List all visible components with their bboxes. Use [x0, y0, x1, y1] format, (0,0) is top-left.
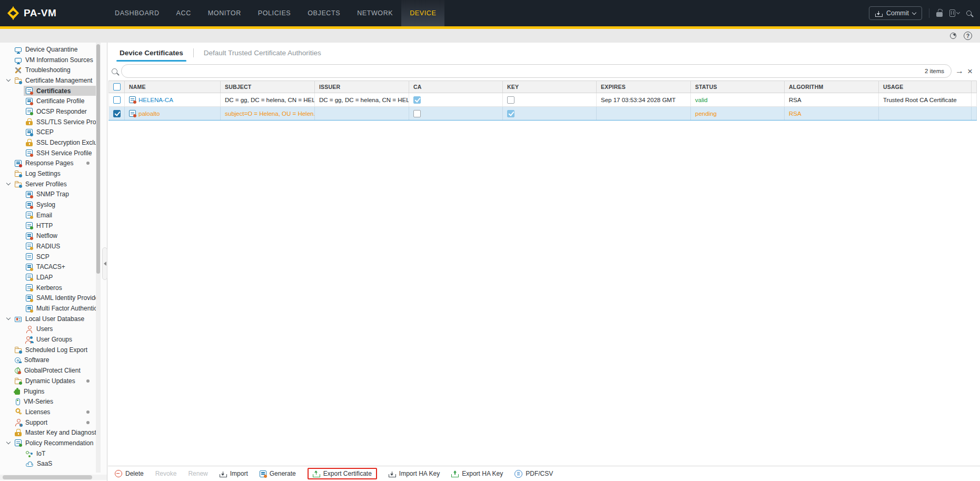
sidebar-collapse-handle[interactable] — [102, 247, 107, 280]
sidebar-item-label: OCSP Responder — [36, 108, 87, 115]
sidebar-vertical-scrollbar[interactable] — [96, 43, 101, 473]
clear-filter-icon[interactable]: × — [967, 67, 973, 76]
sidebar-item-saas[interactable]: SaaS — [0, 459, 96, 469]
certificate-name: paloalto — [129, 110, 216, 117]
task-manager-button[interactable] — [949, 9, 959, 17]
sidebar-item-vm-information-sources[interactable]: VM Information Sources — [0, 55, 96, 65]
ca-checkbox-checked[interactable] — [413, 96, 421, 104]
sidebar-item-kerberos[interactable]: Kerberos — [0, 283, 96, 293]
config-lock-icon[interactable] — [936, 12, 943, 17]
sidebar-item-vm-series[interactable]: VM-Series — [0, 396, 96, 407]
apply-filter-icon[interactable]: → — [955, 67, 964, 75]
pdf-csv-button[interactable]: PDF/CSV — [514, 470, 553, 478]
row-select-checkbox-unchecked[interactable] — [113, 96, 121, 104]
sidebar-item-users[interactable]: Users — [0, 324, 96, 335]
action-label: Export Certificate — [323, 470, 372, 477]
sidebar-item-scheduled-log-export[interactable]: Scheduled Log Export — [0, 345, 96, 355]
certificate-name-link[interactable]: paloalto — [138, 111, 160, 117]
sidebar-item-plugins[interactable]: Plugins — [0, 386, 96, 397]
nav-tab-acc[interactable]: ACC — [168, 0, 200, 26]
table-row[interactable]: paloaltosubject=O = Helena, OU = Helen..… — [109, 107, 977, 121]
search-pill[interactable]: 2 items — [121, 64, 952, 78]
tree-expand-toggle[interactable] — [4, 442, 13, 444]
row-select-checkbox-checked[interactable] — [113, 110, 121, 117]
global-find-icon[interactable] — [966, 11, 972, 16]
sidebar-item-scp[interactable]: SCP — [0, 252, 96, 262]
sidebar-item-support[interactable]: Support — [0, 417, 96, 428]
sidebar-item-certificate-profile[interactable]: Certificate Profile — [0, 96, 96, 106]
certificate-name-link[interactable]: HELENA-CA — [138, 97, 173, 103]
table-row[interactable]: HELENA-CADC = gg, DC = helena, CN = HEL.… — [109, 93, 977, 107]
sidebar-item-multi-factor-authentica[interactable]: Multi Factor Authentica — [0, 303, 96, 314]
generate-button[interactable]: Generate — [260, 470, 296, 477]
scrollbar-thumb[interactable] — [3, 475, 92, 479]
sidebar-item-user-groups[interactable]: User Groups — [0, 334, 96, 345]
sidebar-item-policy-recommendation[interactable]: Policy Recommendation — [0, 438, 96, 448]
sidebar-item-dynamic-updates[interactable]: Dynamic Updates — [0, 376, 96, 386]
tree-expand-toggle[interactable] — [4, 183, 13, 185]
nav-tab-monitor[interactable]: MONITOR — [200, 0, 250, 26]
icon-badge — [30, 216, 33, 219]
nav-tab-policies[interactable]: POLICIES — [250, 0, 299, 26]
sidebar-horizontal-scrollbar[interactable] — [0, 475, 107, 480]
sidebar-item-certificate-management[interactable]: Certificate Management — [0, 75, 96, 86]
sidebar-item-http[interactable]: HTTP — [0, 221, 96, 231]
tree-expand-toggle[interactable] — [4, 318, 13, 319]
sidebar-item-radius[interactable]: RADIUS — [0, 241, 96, 252]
sidebar-item-response-pages[interactable]: Response Pages — [0, 158, 96, 169]
sidebar-item-globalprotect-client[interactable]: GlobalProtect Client — [0, 365, 96, 376]
key-checkbox-unchecked[interactable] — [507, 96, 514, 104]
sidebar-item-ssl-decryption-exclusio[interactable]: SSL Decryption Exclusio — [0, 137, 96, 148]
import-ha-key-button[interactable]: Import HA Key — [389, 470, 440, 477]
sidebar-item-saml-identity-provider[interactable]: SAML Identity Provider — [0, 293, 96, 304]
help-icon[interactable] — [964, 32, 972, 40]
sidebar-item-log-settings[interactable]: Log Settings — [0, 168, 96, 179]
sidebar-item-software[interactable]: Software — [0, 355, 96, 366]
sidebar-item-ocsp-responder[interactable]: OCSP Responder — [0, 106, 96, 117]
sidebar-item-body: OCSP Responder — [24, 106, 96, 117]
nav-tab-objects[interactable]: OBJECTS — [299, 0, 349, 26]
sidebar-item-local-user-database[interactable]: Local User Database — [0, 314, 96, 324]
import-button[interactable]: Import — [220, 470, 248, 477]
sidebar-item-iot[interactable]: IoT — [0, 448, 96, 459]
sidebar-item-body: TACACS+ — [24, 262, 96, 272]
ca-checkbox-unchecked[interactable] — [413, 110, 421, 117]
nav-tab-network[interactable]: NETWORK — [349, 0, 401, 26]
export-certificate-button[interactable]: Export Certificate — [308, 468, 377, 479]
sidebar-item-device-quarantine[interactable]: Device Quarantine — [0, 44, 96, 55]
commit-button[interactable]: Commit — [869, 6, 922, 20]
sidebar-item-body: SNMP Trap — [24, 189, 96, 200]
sidebar-item-ldap[interactable]: LDAP — [0, 272, 96, 283]
nav-tab-dashboard[interactable]: DASHBOARD — [106, 0, 168, 26]
search-input[interactable] — [128, 67, 925, 75]
tab-device-certificates[interactable]: Device Certificates — [117, 44, 185, 62]
sidebar-item-troubleshooting[interactable]: Troubleshooting — [0, 65, 96, 75]
doc-icon — [26, 87, 33, 94]
sidebar-item-master-key-and-diagnostics[interactable]: Master Key and Diagnostics — [0, 427, 96, 438]
export-ha-key-button[interactable]: Export HA Key — [451, 470, 503, 477]
scrollbar-thumb[interactable] — [96, 44, 100, 274]
sidebar-item-email[interactable]: Email — [0, 210, 96, 221]
sidebar-item-tacacs[interactable]: TACACS+ — [0, 262, 96, 272]
sidebar-item-body: Multi Factor Authentica — [24, 303, 96, 314]
delete-button[interactable]: Delete — [115, 470, 144, 477]
sidebar-item-licenses[interactable]: Licenses — [0, 407, 96, 417]
sidebar-item-ssh-service-profile[interactable]: SSH Service Profile — [0, 148, 96, 158]
sidebar-item-server-profiles[interactable]: Server Profiles — [0, 179, 96, 189]
sidebar-item-ssl-tls-service-profile[interactable]: SSL/TLS Service Profile — [0, 117, 96, 127]
certificate-icon — [129, 96, 136, 103]
key-checkbox-checked[interactable] — [507, 110, 514, 117]
sidebar-item-snmp-trap[interactable]: SNMP Trap — [0, 189, 96, 200]
tree-expand-toggle[interactable] — [4, 79, 13, 81]
tab-default-trusted-certificate-authorities[interactable]: Default Trusted Certificate Authorities — [202, 44, 323, 62]
select-all-checkbox[interactable] — [113, 83, 121, 91]
cell-status: pending — [691, 107, 785, 121]
sidebar-item-body: IoT — [24, 448, 96, 459]
refresh-icon[interactable] — [950, 33, 956, 39]
sidebar-item-netflow[interactable]: Netflow — [0, 231, 96, 241]
sidebar-item-syslog[interactable]: Syslog — [0, 199, 96, 210]
nav-tab-device[interactable]: DEVICE — [401, 0, 444, 26]
sidebar-item-scep[interactable]: SCEP — [0, 127, 96, 138]
sidebar-item-certificates[interactable]: Certificates — [0, 86, 96, 96]
column-header-label: NAME — [129, 84, 146, 90]
